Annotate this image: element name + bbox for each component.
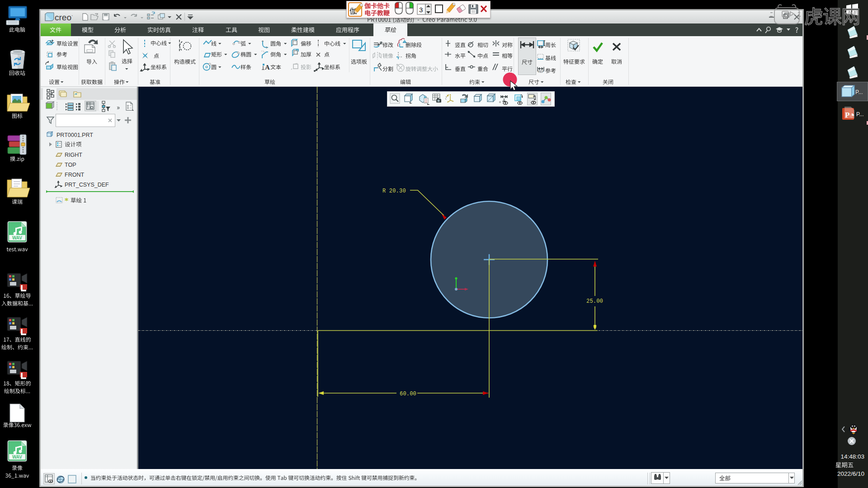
svg-text:3: 3 (419, 6, 423, 14)
